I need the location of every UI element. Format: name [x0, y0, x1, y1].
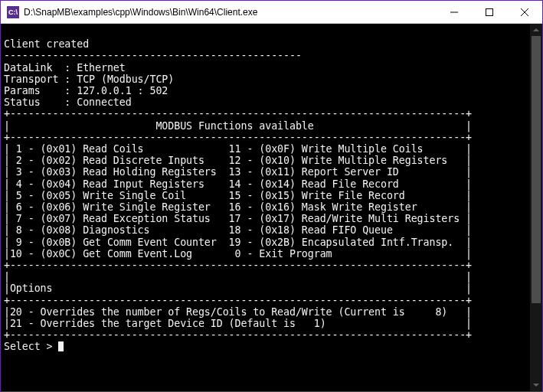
console-output[interactable]: Client created -------------------------…	[1, 24, 530, 391]
scroll-down-button[interactable]	[530, 379, 542, 391]
opt-row: |21 - Overrides the target Device ID (De…	[4, 318, 472, 329]
console-window: C:\ D:\SnapMB\examples\cpp\Windows\Bin\W…	[0, 0, 543, 392]
transport-value: TCP (Modbus/TCP)	[77, 74, 174, 85]
func-row: | 2 - (0x02) Read Discrete Inputs 12 - (…	[4, 155, 472, 166]
box-hr: +---------------------------------------…	[4, 329, 472, 341]
datalink-value: Ethernet	[77, 62, 125, 74]
func-row: | 6 - (0x06) Write Single Register 16 - …	[4, 201, 472, 213]
cursor	[58, 341, 64, 351]
close-button[interactable]	[507, 1, 542, 23]
scroll-up-button[interactable]	[530, 24, 542, 36]
func-row: | 4 - (0x04) Read Input Registers 14 - (…	[4, 178, 472, 190]
titlebar[interactable]: C:\ D:\SnapMB\examples\cpp\Windows\Bin\W…	[1, 1, 542, 24]
chevron-down-icon	[533, 384, 539, 387]
line-client-created: Client created	[4, 38, 89, 50]
scrollbar-track[interactable]	[530, 36, 542, 379]
console-area: Client created -------------------------…	[1, 24, 542, 391]
maximize-button[interactable]	[472, 1, 507, 23]
datalink-label: DataLink :	[4, 62, 77, 74]
app-icon: C:\	[7, 6, 19, 18]
vertical-scrollbar[interactable]	[530, 24, 542, 391]
minimize-button[interactable]	[437, 1, 472, 23]
options-header: |Options |	[4, 283, 472, 294]
functions-header: | MODBUS Functions available |	[4, 120, 472, 132]
window-title: D:\SnapMB\examples\cpp\Windows\Bin\Win64…	[24, 7, 437, 18]
svg-rect-1	[486, 8, 493, 15]
line-hr: ----------------------------------------…	[4, 50, 302, 61]
line-blank	[4, 27, 10, 38]
prompt-line: Select >	[4, 341, 64, 352]
line-datalink: DataLink : Ethernet	[4, 62, 126, 74]
transport-label: Transport :	[4, 74, 77, 85]
box-empty: | |	[4, 271, 472, 283]
line-params: Params : 127.0.0.1 : 502	[4, 85, 168, 96]
params-value: 127.0.0.1 : 502	[77, 85, 168, 96]
func-row: |10 - (0x0C) Get Comm Event.Log 0 - Exit…	[4, 248, 472, 260]
box-hr: +---------------------------------------…	[4, 295, 472, 306]
status-value: Connected	[77, 96, 131, 108]
func-row: | 1 - (0x01) Read Coils 11 - (0x0F) Writ…	[4, 143, 472, 155]
window-controls	[437, 1, 542, 23]
func-row: | 9 - (0x0B) Get Comm Event Counter 19 -…	[4, 237, 472, 248]
opt-row: |20 - Overrides the number of Regs/Coils…	[4, 306, 472, 318]
svg-marker-5	[533, 384, 539, 387]
func-row: | 8 - (0x08) Diagnostics 18 - (0x18) Rea…	[4, 224, 472, 236]
func-row: | 5 - (0x05) Write Single Coil 15 - (0x1…	[4, 190, 472, 201]
box-top: +---------------------------------------…	[4, 108, 472, 119]
svg-marker-4	[533, 28, 539, 31]
chevron-up-icon	[533, 28, 539, 31]
prompt-text: Select >	[4, 341, 58, 352]
scrollbar-thumb[interactable]	[532, 36, 541, 303]
box-hr: +---------------------------------------…	[4, 132, 472, 143]
status-label: Status :	[4, 96, 77, 108]
box-hr: +---------------------------------------…	[4, 260, 472, 271]
params-label: Params :	[4, 85, 77, 96]
line-transport: Transport : TCP (Modbus/TCP)	[4, 74, 174, 85]
func-row: | 7 - (0x07) Read Exception Status 17 - …	[4, 213, 472, 224]
line-status: Status : Connected	[4, 96, 132, 108]
func-row: | 3 - (0x03) Read Holding Registers 13 -…	[4, 166, 472, 178]
